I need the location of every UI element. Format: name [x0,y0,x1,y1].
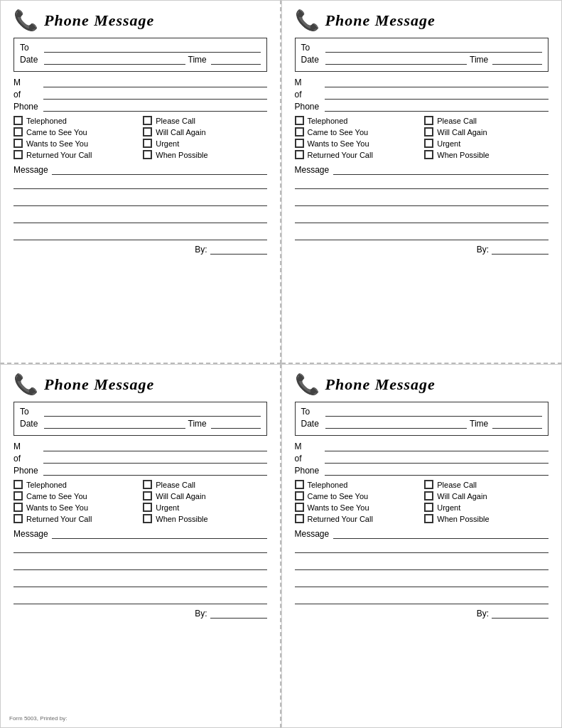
checkbox-wants-to-see[interactable]: Wants to See You [295,503,419,512]
cb-urgent[interactable] [143,503,152,512]
phone-label: Phone [13,466,40,476]
checkbox-urgent[interactable]: Urgent [424,139,549,148]
cb-please-call[interactable] [143,116,152,125]
checkbox-please-call[interactable]: Please Call [143,116,266,125]
checkbox-came-to-see[interactable]: Came to See You [295,127,419,136]
message-label: Message [13,165,49,175]
checkbox-wants-to-see[interactable]: Wants to See You [13,503,137,512]
checkbox-telephoned[interactable]: Telephoned [13,116,137,125]
cb-wants-to-see[interactable] [13,139,23,148]
of-label: of [13,454,40,464]
extra-line-2 [295,196,549,206]
to-underline [325,407,543,417]
cb-telephoned[interactable] [13,116,23,125]
checkbox-when-possible[interactable]: When Possible [424,150,549,159]
checkbox-telephoned[interactable]: Telephoned [295,116,419,125]
checkbox-returned-call[interactable]: Returned Your Call [13,514,137,523]
checkbox-please-call[interactable]: Please Call [424,116,549,125]
cb-returned-call-label: Returned Your Call [26,151,92,159]
cb-wants-to-see[interactable] [295,503,304,512]
checkbox-came-to-see[interactable]: Came to See You [13,491,137,500]
checkbox-returned-call[interactable]: Returned Your Call [295,150,419,159]
cb-when-possible[interactable] [143,150,152,159]
cb-telephoned[interactable] [295,116,304,125]
checkbox-please-call[interactable]: Please Call [424,480,549,489]
checkbox-urgent[interactable]: Urgent [424,503,549,512]
cb-urgent-label: Urgent [437,503,460,512]
info-box: To Date Time [295,38,549,72]
cb-will-call-again[interactable] [143,127,152,136]
extra-line-3 [13,577,267,587]
by-underline [210,245,267,255]
cb-came-to-see[interactable] [13,127,23,136]
checkbox-wants-to-see[interactable]: Wants to See You [13,139,137,148]
of-line: of [13,454,267,464]
extra-line-4 [295,230,549,240]
date-time-line: Date Time [20,419,261,429]
cb-when-possible[interactable] [143,514,152,523]
cb-please-call[interactable] [424,116,433,125]
cb-when-possible[interactable] [424,514,433,523]
extra-line-2 [295,560,549,570]
checkbox-when-possible[interactable]: When Possible [424,514,549,523]
extra-line-4 [13,594,267,604]
cb-wants-to-see[interactable] [295,139,304,148]
to-label: To [301,407,323,417]
m-label: M [13,77,40,87]
cb-please-call[interactable] [143,480,152,489]
date-label: Date [301,419,323,429]
cb-returned-call[interactable] [295,514,304,523]
cb-urgent[interactable] [424,503,433,512]
cb-returned-call[interactable] [13,150,23,159]
cb-when-possible[interactable] [424,150,433,159]
by-underline [210,609,267,619]
cb-urgent[interactable] [424,139,433,148]
to-underline [325,43,543,53]
date-time-line: Date Time [20,55,261,65]
of-line: of [13,90,267,100]
date-underline [44,55,185,65]
cb-returned-call[interactable] [13,514,23,523]
checkbox-came-to-see[interactable]: Came to See You [295,491,419,500]
cb-returned-call[interactable] [295,150,304,159]
cb-wants-to-see-label: Wants to See You [308,503,369,512]
cb-wants-to-see[interactable] [13,503,23,512]
checkbox-came-to-see[interactable]: Came to See You [13,127,137,136]
cb-came-to-see[interactable] [295,127,304,136]
cb-came-to-see[interactable] [295,491,304,500]
m-label: M [13,441,40,451]
cb-telephoned[interactable] [295,480,304,489]
cb-will-call-again[interactable] [424,127,433,136]
checkbox-returned-call[interactable]: Returned Your Call [295,514,419,523]
card-header: 📞 Phone Message [295,11,549,31]
cb-will-call-again[interactable] [424,491,433,500]
checkbox-telephoned[interactable]: Telephoned [295,480,419,489]
checkbox-when-possible[interactable]: When Possible [143,514,266,523]
cb-telephoned[interactable] [13,480,23,489]
checkbox-will-call-again[interactable]: Will Call Again [143,127,266,136]
phone-line: Phone [13,466,267,476]
cb-please-call-label: Please Call [437,117,477,125]
cb-urgent[interactable] [143,139,152,148]
checkbox-will-call-again[interactable]: Will Call Again [424,491,549,500]
cb-please-call[interactable] [424,480,433,489]
cb-please-call-label: Please Call [156,481,195,489]
cb-will-call-again[interactable] [143,491,152,500]
checkbox-returned-call[interactable]: Returned Your Call [13,150,137,159]
time-label: Time [470,55,490,65]
footer-note: Form 5003, Printed by: [9,715,67,722]
extra-lines [13,179,267,240]
checkbox-wants-to-see[interactable]: Wants to See You [295,139,419,148]
checkbox-please-call[interactable]: Please Call [143,480,266,489]
to-underline [44,43,261,53]
cb-when-possible-label: When Possible [156,151,207,159]
checkbox-urgent[interactable]: Urgent [143,503,266,512]
message-section: Message [295,529,549,539]
checkbox-will-call-again[interactable]: Will Call Again [424,127,549,136]
checkbox-will-call-again[interactable]: Will Call Again [143,491,266,500]
m-underline [325,441,549,451]
checkbox-when-possible[interactable]: When Possible [143,150,266,159]
checkbox-telephoned[interactable]: Telephoned [13,480,137,489]
cb-came-to-see[interactable] [13,491,23,500]
checkbox-urgent[interactable]: Urgent [143,139,266,148]
